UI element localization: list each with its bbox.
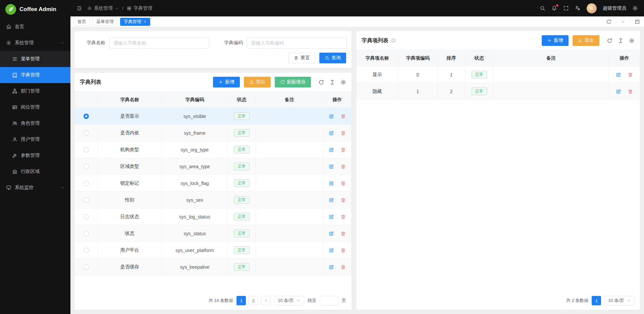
export-button[interactable]: 导出 (244, 77, 271, 87)
radio-column-header (75, 92, 98, 108)
bell-icon[interactable] (551, 5, 557, 11)
tab[interactable]: 字典管理 (120, 18, 150, 26)
row-radio[interactable] (84, 130, 89, 136)
sidebar-item-system[interactable]: 系统管理 (0, 35, 70, 51)
edit-icon[interactable] (329, 231, 334, 236)
sidebar: Coffee Admin 首页 系统管理 菜单管理 字典管理 (0, 0, 70, 314)
delete-icon[interactable] (340, 130, 346, 136)
tab-close-icon[interactable] (143, 20, 147, 23)
delete-icon[interactable] (340, 197, 346, 203)
delete-icon[interactable] (340, 181, 346, 186)
page-button[interactable]: 1 (236, 296, 246, 305)
sidebar-item-monitor[interactable]: 系统监控 (0, 180, 70, 196)
dict-row[interactable]: 用户平台 sys_user_platform 正常 (75, 242, 352, 259)
delete-icon[interactable] (340, 248, 346, 253)
translate-icon[interactable] (575, 5, 581, 11)
dict-row[interactable]: 性别 sys_sex 正常 (75, 192, 352, 208)
breadcrumb-system[interactable]: 系统管理 (87, 5, 119, 11)
dict-code-input[interactable] (247, 37, 347, 49)
fullscreen-icon[interactable] (563, 5, 569, 11)
breadcrumb-dict[interactable]: 字典管理 (127, 5, 152, 11)
row-radio[interactable] (84, 147, 89, 152)
table-refresh-icon[interactable] (607, 38, 612, 44)
delete-icon[interactable] (340, 214, 346, 219)
dict-row[interactable]: 是否内嵌 sys_frame 正常 (75, 125, 352, 141)
column-settings-icon[interactable] (618, 38, 624, 44)
avatar[interactable] (587, 3, 597, 13)
sidebar-subitem[interactable]: 菜单管理 (0, 51, 70, 67)
sidebar-subitem[interactable]: 用户管理 (0, 131, 70, 147)
row-radio[interactable] (84, 248, 89, 253)
table-settings-gear-icon[interactable] (629, 38, 635, 44)
sidebar-subitem[interactable]: 参数管理 (0, 147, 70, 164)
edit-icon[interactable] (329, 264, 334, 270)
row-radio[interactable] (84, 164, 89, 169)
row-radio[interactable] (84, 231, 89, 236)
menu-fold-icon[interactable] (76, 6, 82, 11)
sidebar-item-home[interactable]: 首页 (0, 19, 70, 35)
dict-row[interactable]: 日志状态 sys_log_status 正常 (75, 208, 352, 225)
edit-icon[interactable] (329, 248, 334, 253)
delete-icon[interactable] (340, 114, 346, 119)
tabs-chevron-down-icon[interactable] (616, 16, 630, 27)
tab[interactable]: 菜单管理 (93, 18, 117, 26)
edit-icon[interactable] (329, 197, 334, 203)
row-radio[interactable] (84, 264, 89, 270)
dict-row[interactable]: 锁定标记 sys_lock_flag 正常 (75, 175, 352, 192)
delete-icon[interactable] (628, 89, 633, 94)
dict-row[interactable]: 区域类型 sys_area_type 正常 (75, 158, 352, 175)
edit-icon[interactable] (329, 164, 334, 169)
item-pagination: 共 2 条数据 1 10 条/页 (356, 291, 640, 310)
dict-name-input[interactable] (109, 37, 209, 49)
edit-icon[interactable] (616, 72, 621, 77)
username[interactable]: 超级管理员 (603, 5, 626, 11)
page-button[interactable]: 2 (249, 296, 258, 305)
sidebar-subitem[interactable]: 岗位管理 (0, 99, 70, 115)
sidebar-subitem[interactable]: 字典管理 (0, 67, 70, 83)
dict-row[interactable]: 机构类型 sys_org_type 正常 (75, 141, 352, 158)
row-radio[interactable] (84, 214, 89, 219)
column-settings-icon[interactable] (329, 79, 335, 85)
content-area: 字典名称 字典编码 重置 查询 (70, 27, 644, 314)
dict-row[interactable]: 状态 sys_status 正常 (75, 225, 352, 242)
dict-row[interactable]: 是否显示 sys_visible 正常 (75, 108, 352, 125)
item-export-button[interactable]: 导出 (573, 35, 599, 46)
delete-icon[interactable] (340, 164, 346, 169)
next-page-button[interactable] (261, 296, 271, 305)
jump-page-input[interactable] (320, 296, 338, 305)
monitor-icon (6, 185, 11, 190)
row-radio[interactable] (84, 181, 89, 186)
edit-icon[interactable] (329, 130, 334, 136)
row-radio[interactable] (84, 114, 89, 119)
reset-button[interactable]: 重置 (288, 53, 315, 63)
page-size-select[interactable]: 10 条/页 (274, 296, 304, 305)
item-add-button[interactable]: 新增 (542, 35, 569, 46)
delete-icon[interactable] (340, 264, 346, 270)
sidebar-subitem[interactable]: 行政区域 (0, 164, 70, 180)
add-button[interactable]: 新增 (213, 77, 240, 87)
tab[interactable]: 首页 (74, 18, 90, 26)
edit-icon[interactable] (329, 214, 334, 219)
table-refresh-icon[interactable] (318, 79, 324, 85)
page-button[interactable]: 1 (592, 296, 601, 305)
delete-icon[interactable] (340, 147, 346, 152)
edit-icon[interactable] (329, 147, 334, 152)
refresh-cache-button[interactable]: 刷新缓存 (275, 77, 311, 87)
dict-code-cell: sys_user_platform (162, 242, 228, 259)
row-radio[interactable] (84, 197, 89, 203)
delete-icon[interactable] (340, 231, 346, 236)
query-button[interactable]: 查询 (319, 53, 346, 63)
edit-icon[interactable] (329, 181, 334, 186)
sidebar-subitem[interactable]: 部门管理 (0, 83, 70, 99)
table-settings-gear-icon[interactable] (340, 79, 346, 85)
delete-icon[interactable] (628, 72, 633, 77)
settings-gear-icon[interactable] (632, 5, 638, 11)
page-size-select[interactable]: 10 条/页 (604, 296, 635, 305)
content-fullscreen-icon[interactable] (630, 16, 644, 27)
edit-icon[interactable] (616, 89, 621, 94)
sidebar-subitem[interactable]: 角色管理 (0, 115, 70, 131)
search-icon[interactable] (540, 5, 545, 11)
edit-icon[interactable] (329, 114, 334, 119)
tabs-refresh-icon[interactable] (602, 16, 616, 27)
dict-row[interactable]: 是否缓存 sys_keepalive 正常 (75, 259, 352, 275)
